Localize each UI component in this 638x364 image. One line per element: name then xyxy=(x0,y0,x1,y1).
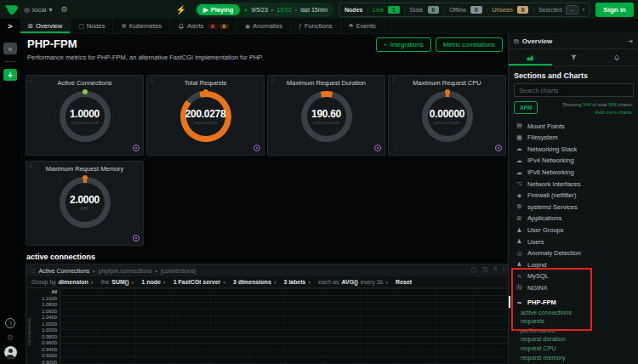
tab-anomalies[interactable]: ◉ Anomalies xyxy=(237,19,291,33)
chevron-down-icon: ▾ xyxy=(163,280,166,285)
settings-gear-icon[interactable]: ⚙ xyxy=(60,5,67,14)
tab-functions[interactable]: ƒ Functions xyxy=(291,19,340,33)
sidebar-subitem-request-cpu[interactable]: request CPU xyxy=(509,344,638,353)
anomaly-badge-icon[interactable] xyxy=(253,145,260,151)
aggregation-dropdown[interactable]: the SUM() ▾ xyxy=(101,279,134,285)
nodes-status-bar[interactable]: Nodes | Live 1 | Stale 0 | Offline 0 | U… xyxy=(339,3,590,17)
sidebar-item-ipv6-networking[interactable]: ☁IPv6 Networking xyxy=(509,167,638,179)
sidebar-subitem-requests[interactable]: requests xyxy=(509,316,638,326)
drag-handle-icon[interactable]: ⠿ xyxy=(29,163,32,169)
node-selector-label: local xyxy=(32,6,46,14)
anomaly-badge-icon[interactable] xyxy=(374,145,381,151)
drag-handle-icon[interactable]: ⠿ xyxy=(271,77,274,83)
tab-kubernetes[interactable]: ☸ Kubernetes xyxy=(113,19,170,33)
tab-alerts[interactable]: Alerts 0 0 xyxy=(170,19,237,33)
page-description: Performance metrics for PHP-FPM, an alte… xyxy=(26,54,506,61)
drag-handle-icon[interactable]: ⠿ xyxy=(391,77,395,83)
sections-list: ▤Mount Points ▦Filesystem ☁Networking St… xyxy=(509,117,638,364)
drag-handle-icon[interactable]: ⠿ xyxy=(150,77,153,83)
space-node-button[interactable]: n xyxy=(3,43,17,54)
sidebar-item-php-fpm[interactable]: ∞PHP-FPM xyxy=(509,296,638,308)
date-range[interactable]: 9/5/23 • 19:02 • last 15min xyxy=(251,7,328,13)
node-selector[interactable]: ◎ local ▾ xyxy=(24,6,52,14)
left-rail: > n + ? ⚙ xyxy=(0,19,20,364)
collapse-sidebar-icon[interactable]: ⇥ xyxy=(627,37,633,45)
sidebar-item-filesystem[interactable]: ▦Filesystem xyxy=(509,132,638,144)
playback-control: ▶ Playing ▾ 9/5/23 • 19:02 • last 15min xyxy=(195,3,333,17)
charts-icon xyxy=(526,54,534,62)
chevron-down-icon: ▾ xyxy=(132,280,134,285)
person-icon: ♟ xyxy=(516,227,523,234)
sidebar-item-logind[interactable]: ♟Logind xyxy=(509,259,638,271)
tab-overview[interactable]: ⊞ Overview xyxy=(20,19,71,33)
apm-badge[interactable]: APM xyxy=(514,101,538,114)
top-bar: ◎ local ▾ ⚙ ⚡ ▶ Playing ▾ 9/5/23 • 19:02… xyxy=(0,0,638,19)
sidebar-tab-charts[interactable] xyxy=(509,49,552,65)
user-avatar[interactable] xyxy=(4,346,17,359)
y-axis-label: connections xyxy=(26,288,35,364)
sidebar-tab-filter[interactable] xyxy=(552,49,595,65)
nodes-dropdown[interactable]: 1 node ▾ xyxy=(141,279,165,285)
chart-controls: Group by dimension ▾ the SUM() ▾ 1 node … xyxy=(26,276,510,288)
sidebar-tab-alerts[interactable] xyxy=(595,49,638,65)
add-space-button[interactable]: + xyxy=(3,69,17,81)
group-by-dropdown[interactable]: Group by dimension ▾ xyxy=(31,279,94,285)
tab-nodes[interactable]: ▢ Nodes xyxy=(71,19,113,33)
metric-correlations-button[interactable]: Metric correlations xyxy=(436,37,503,52)
integrations-button[interactable]: ⌁ Integrations xyxy=(376,37,431,52)
sidebar-item-mysql[interactable]: ∿MySQL xyxy=(509,270,638,282)
drag-handle-icon[interactable]: ⠿ xyxy=(31,268,35,274)
sidebar-item-user-groups[interactable]: ♟User Groups xyxy=(509,225,638,236)
sidebar-subitem-performance[interactable]: performance xyxy=(509,326,638,335)
sidebar-item-nginx[interactable]: ⓃNGINX xyxy=(509,282,638,294)
anomaly-badge-icon[interactable] xyxy=(495,145,502,151)
drag-handle-icon[interactable]: ⠿ xyxy=(29,77,32,83)
info-icon[interactable]: ⓘ xyxy=(471,266,477,275)
overview-grid-icon: ⊞ xyxy=(28,23,33,30)
labels-dropdown[interactable]: 3 labels ▾ xyxy=(284,279,310,285)
gauge-marker-dot xyxy=(445,89,450,94)
sidebar-item-network-interfaces[interactable]: ⌥Network Interfaces xyxy=(509,178,638,190)
resize-icon[interactable]: ◳ xyxy=(482,266,488,275)
sidebar-item-anomaly-detection[interactable]: ◎Anomaly Detection xyxy=(509,247,638,259)
gear-icon[interactable]: ⚙ xyxy=(7,333,14,342)
sidebar-item-applications[interactable]: ⊞Applications xyxy=(509,213,638,225)
selected-count-badge: - xyxy=(566,5,578,14)
sidebar-item-firewall[interactable]: ◈Firewall (netfilter) xyxy=(509,190,638,202)
instances-dropdown[interactable]: 1 FastCGI server ▾ xyxy=(174,279,225,285)
sidebar-subitem-request-duration[interactable]: request duration xyxy=(509,335,638,344)
cloud-icon: ☁ xyxy=(516,169,523,176)
anomaly-badge-icon[interactable] xyxy=(133,235,140,242)
warning-alerts-badge: 0 xyxy=(219,24,229,29)
sidebar-item-users[interactable]: ♟Users xyxy=(509,236,638,247)
anomaly-badge-icon[interactable] xyxy=(133,145,140,151)
sign-in-button[interactable]: Sign in xyxy=(595,3,634,17)
sidebar-title: Overview xyxy=(522,37,553,45)
chevron-down-icon[interactable]: ▾ xyxy=(244,7,247,13)
filter-funnel-icon xyxy=(570,54,578,61)
help-button[interactable]: ? xyxy=(5,318,15,328)
chevron-icon[interactable]: › xyxy=(503,266,504,275)
gauge-ring: 200.0278 requests/s xyxy=(180,91,231,142)
add-more-charts-link[interactable]: Add more charts. xyxy=(595,110,633,115)
play-icon: ▶ xyxy=(203,6,208,14)
sidebar-item-ipv4-networking[interactable]: ☁IPv4 Networking xyxy=(509,155,638,167)
sidebar-subitem-request-memory[interactable]: request memory xyxy=(509,353,638,362)
chevron-down-icon: ▾ xyxy=(91,280,94,285)
tab-events[interactable]: ⚑ Events xyxy=(341,19,385,33)
gauge-card-max-request-cpu: ⠿ Maximum Request CPU 0.00000 percentage xyxy=(388,75,506,156)
news-bolt-icon[interactable]: ⚡ xyxy=(175,5,185,14)
main-content: PHP-FPM Performance metrics for PHP-FPM,… xyxy=(20,34,508,364)
bell-icon xyxy=(178,23,185,30)
playing-button[interactable]: ▶ Playing xyxy=(197,4,240,15)
dimensions-dropdown[interactable]: 3 dimensions ▾ xyxy=(233,279,276,285)
sidebar-item-systemd-services[interactable]: ⚙systemd Services xyxy=(509,202,638,213)
sidebar-item-networking-stack[interactable]: ☁Networking Stack xyxy=(509,144,638,156)
time-aggregation-dropdown[interactable]: each as AVG() every 3s ▾ xyxy=(318,279,388,285)
reset-button[interactable]: Reset xyxy=(396,279,412,285)
search-charts-input[interactable] xyxy=(514,83,634,97)
sidebar-subitem-active-connections[interactable]: active connections xyxy=(509,308,638,317)
sidebar-item-mount-points[interactable]: ▤Mount Points xyxy=(509,120,638,132)
drag-handle-icon[interactable]: ⠿ xyxy=(493,266,498,275)
expand-sidebar-chevron-icon[interactable]: > xyxy=(8,22,12,31)
